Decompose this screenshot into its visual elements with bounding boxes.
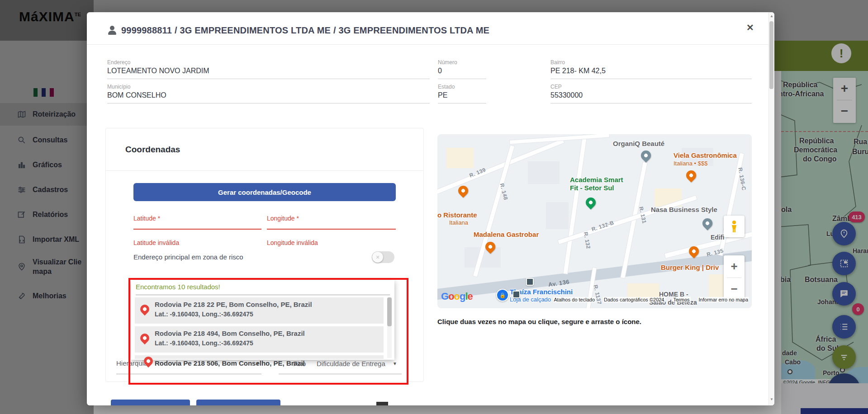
numero-label: Número — [438, 59, 457, 66]
poi-pin-icon[interactable] — [456, 183, 470, 198]
coordinates-heading: Coordenadas — [125, 145, 180, 155]
field-underline — [107, 103, 430, 104]
endereco-field[interactable]: LOTEAMENTO NOVO JARDIM — [107, 67, 209, 75]
poi-pin-icon[interactable] — [639, 148, 653, 162]
divider — [87, 44, 774, 45]
person-icon — [108, 26, 117, 35]
latitude-error: Latitude inválida — [133, 239, 179, 246]
zoom-out-button[interactable]: − — [724, 278, 745, 300]
latitude-input[interactable] — [133, 214, 261, 228]
poi-label[interactable]: o Ristorante — [437, 211, 477, 219]
backdrop-left — [0, 0, 94, 414]
building-shape — [528, 161, 560, 184]
poi-sublabel: Italiana • $$$ — [674, 160, 707, 167]
toggle-knob: ✕ — [372, 252, 383, 263]
poi-pin-icon[interactable] — [700, 216, 714, 230]
screen: MáXIMATE 0 ⌂ ⚙ N Roteirização Consultas … — [0, 0, 868, 414]
street-label: R. 132-B — [591, 219, 615, 232]
poi-sublabel: Italiana — [449, 219, 468, 226]
estado-field[interactable]: PE — [438, 91, 447, 99]
map-attribution: Atalhos do teclado Dados cartográficos ©… — [553, 297, 749, 302]
field-underline — [550, 103, 752, 104]
building-shape — [546, 202, 569, 229]
bottom-dark-element — [376, 402, 388, 405]
building-shape — [446, 148, 474, 168]
field-underline — [550, 79, 752, 79]
modal-title: 9999988811 / 3G EMPREENDIMENTOS LTDA ME … — [121, 25, 489, 36]
poi-label[interactable]: OrganiQ Beauté — [613, 140, 664, 147]
poi-label: Edifi — [711, 234, 724, 241]
street-label: R. 132 — [583, 231, 592, 249]
field-underline — [438, 103, 486, 104]
poi-label[interactable]: Madalena Gastrobar — [474, 231, 539, 238]
poi-label[interactable]: Nasa Business Style — [651, 206, 717, 213]
risk-zone-label: Endereço principal em zona de risco — [133, 253, 243, 261]
pegman-control[interactable] — [724, 216, 745, 237]
risk-zone-toggle[interactable]: ✕ — [372, 251, 394, 263]
poi-label[interactable]: Academia Smart — [570, 176, 623, 183]
zoom-in-button[interactable]: + — [724, 255, 745, 277]
bus-stop-icon — [512, 291, 520, 298]
street-label: R. 148 — [498, 183, 509, 201]
close-icon[interactable]: ✕ — [746, 22, 754, 33]
cep-label: CEP — [550, 84, 562, 90]
bus-stop-icon — [526, 278, 534, 286]
bairro-field[interactable]: PE 218- KM 42,5 — [550, 67, 606, 75]
field-underline — [107, 79, 430, 79]
keyboard-shortcuts-link[interactable]: Atalhos do teclado — [553, 297, 596, 302]
terms-link[interactable]: Termos — [673, 297, 691, 302]
poi-label[interactable]: Viela Gastronômica — [674, 151, 737, 159]
poi-label[interactable]: Burger King | Driv — [661, 263, 719, 271]
poi-pin-icon[interactable] — [684, 168, 698, 182]
municipio-label: Município — [107, 84, 130, 90]
map-zoom-control: + − — [724, 255, 745, 301]
estado-label: Estado — [438, 84, 455, 90]
latitude-underline — [133, 229, 261, 230]
bottom-action-button[interactable] — [196, 400, 280, 405]
poi-label: Fit - Setor Sul — [570, 184, 614, 192]
google-map[interactable]: R. 139 R. 148 R. 132-B R. 131 R. 132 R. … — [437, 134, 752, 308]
longitude-underline — [267, 229, 396, 230]
cep-field[interactable]: 55330000 — [550, 91, 583, 99]
bottom-action-button[interactable] — [111, 400, 190, 405]
poi-pin-icon[interactable] — [583, 195, 598, 209]
report-error-link[interactable]: Informar erro no mapa — [698, 297, 749, 302]
geocode-button[interactable]: Gerar coordenadas/Geocode — [133, 183, 396, 201]
numero-field[interactable]: 0 — [438, 67, 442, 75]
longitude-error: Longitude inválida — [267, 239, 318, 246]
annotation-highlight-rect — [128, 278, 408, 385]
field-underline — [438, 79, 486, 79]
longitude-input[interactable] — [267, 214, 396, 228]
bairro-label: Bairro — [550, 59, 565, 66]
pegman-icon — [730, 220, 738, 233]
modal-scrollbar-thumb[interactable] — [769, 21, 773, 89]
street-label: R. 136-C — [737, 167, 747, 191]
endereco-label: Endereço — [107, 59, 130, 66]
divider — [106, 170, 423, 171]
map-data-label: Dados cartográficos ©2024 — [603, 297, 665, 302]
scroll-up-arrow[interactable]: ▲ — [770, 14, 773, 18]
municipio-field[interactable]: BOM CONSELHO — [107, 91, 166, 99]
map-hint-text: Clique duas vezes no mapa ou clique, seg… — [437, 318, 641, 325]
road-shape — [558, 196, 697, 244]
scroll-down-arrow[interactable]: ▼ — [770, 397, 773, 401]
google-logo: Google — [441, 291, 473, 302]
poi-pin-icon[interactable]: 🔒 — [496, 289, 509, 301]
